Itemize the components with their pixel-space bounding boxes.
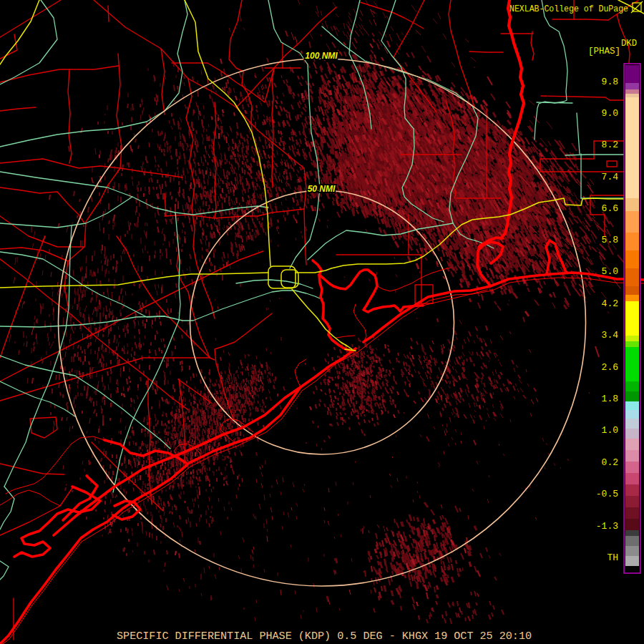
svg-text:1.0: 1.0 (602, 425, 618, 436)
svg-text:3.4: 3.4 (602, 330, 619, 341)
svg-text:5.8: 5.8 (602, 235, 618, 245)
svg-text:1.8: 1.8 (602, 394, 618, 404)
svg-text:9.8: 9.8 (602, 77, 618, 87)
svg-text:9.0: 9.0 (602, 108, 618, 119)
svg-text:100 NMI: 100 NMI (305, 51, 338, 61)
svg-text:7.4: 7.4 (602, 172, 619, 182)
svg-text:-1.3: -1.3 (596, 521, 618, 532)
svg-text:-0.5: -0.5 (596, 489, 618, 499)
svg-text:DKD: DKD (621, 39, 637, 49)
svg-text:5.0: 5.0 (602, 266, 618, 277)
svg-text:SPECIFIC DIFFERENTIAL PHASE (K: SPECIFIC DIFFERENTIAL PHASE (KDP) 0.5 DE… (117, 630, 532, 643)
svg-text:2.6: 2.6 (602, 362, 618, 373)
svg-text:50 NMI: 50 NMI (308, 184, 336, 194)
svg-text:0.2: 0.2 (602, 457, 618, 468)
svg-text:[PHAS]: [PHAS] (588, 47, 620, 57)
svg-text:TH: TH (607, 552, 618, 563)
svg-text:6.6: 6.6 (602, 203, 618, 214)
svg-text:8.2: 8.2 (602, 140, 618, 150)
svg-text:4.2: 4.2 (602, 298, 618, 309)
svg-text:NEXLAB-College of DuPage: NEXLAB-College of DuPage (509, 4, 628, 14)
